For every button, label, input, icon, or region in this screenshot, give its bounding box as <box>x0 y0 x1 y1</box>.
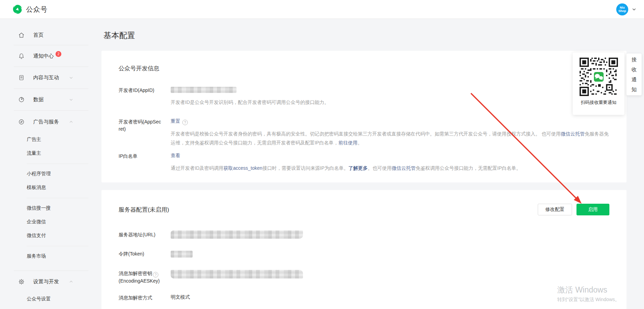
cloud-hosting-link[interactable]: 微信云托管 <box>392 165 416 171</box>
learn-more-link[interactable]: 了解更多 <box>349 165 368 171</box>
access-token-link[interactable]: 获取access_token <box>223 165 263 171</box>
sidebar-item-ads-services[interactable]: 广告与服务 <box>0 111 93 133</box>
developer-info-card: 公众号开发信息 开发者ID(AppID) 开发者ID是公众号开发识别码，配合开发… <box>101 51 627 182</box>
sidebar-sub-divider <box>0 160 93 167</box>
sidebar-subitem-wepay[interactable]: 微信支付 <box>0 229 93 242</box>
sidebar-item-content[interactable]: 内容与互动 <box>0 67 93 88</box>
sidebar-submenu-ads: 广告主 流量主 小程序管理 模板消息 微信搜一搜 企业微信 微信支付 服务市场 <box>0 133 93 263</box>
home-icon <box>18 32 25 38</box>
document-icon <box>18 74 25 81</box>
aeskey-label: 消息加解密密钥? (EncodingAESKey) <box>119 270 162 285</box>
chevron-down-icon <box>632 7 636 12</box>
encrypt-mode-value: 明文模式 <box>171 294 609 301</box>
appid-label: 开发者ID(AppID) <box>119 87 162 107</box>
qr-notification-panel: 扫码接收重要通知 <box>573 52 624 115</box>
ip-whitelist-description: 通过开发者ID及密码调用获取access_token接口时，需要设置访问来源IP… <box>171 164 609 173</box>
sidebar: 首页 通知中心 2 内容与互动 数据 广告与服务 广告主 流量主 <box>0 19 93 309</box>
sidebar-subitem-miniprogram[interactable]: 小程序管理 <box>0 167 93 181</box>
subitem-label: 服务市场 <box>27 253 46 259</box>
main-content: 基本配置 公众号开发信息 开发者ID(AppID) 开发者ID是公众号开发识别码… <box>101 19 627 309</box>
server-config-title: 服务器配置(未启用) <box>119 206 169 214</box>
sidebar-item-label: 数据 <box>33 96 44 103</box>
topbar: 公众号 Niu Shop <box>0 0 644 19</box>
sidebar-item-home[interactable]: 首页 <box>0 25 93 45</box>
ip-desc-text: 。也可使用 <box>368 165 392 171</box>
server-url-label: 服务器地址(URL) <box>119 231 162 238</box>
sidebar-submenu-settings: 公众号设置 <box>0 292 93 306</box>
sidebar-subitem-search[interactable]: 微信搜一搜 <box>0 201 93 215</box>
aeskey-value-redacted <box>171 270 303 278</box>
aeskey-label-line2: (EncodingAESKey) <box>119 278 160 284</box>
sidebar-item-label: 首页 <box>33 32 44 38</box>
sidebar-sub-divider <box>0 194 93 201</box>
token-label: 令牌(Token) <box>119 250 162 258</box>
sidebar-sub-divider <box>0 242 93 249</box>
sidebar-subitem-wecom[interactable]: 企业微信 <box>0 215 93 229</box>
subitem-label: 公众号设置 <box>27 296 51 302</box>
appsecret-label: 开发者密码(AppSecret) <box>119 118 162 147</box>
ip-desc-text: 通过开发者ID及密码调用 <box>171 165 223 171</box>
help-icon[interactable]: ? <box>153 272 158 277</box>
subitem-label: 微信支付 <box>27 233 46 239</box>
appid-description: 开发者ID是公众号开发识别码，配合开发者密码可调用公众号的接口能力。 <box>171 98 609 107</box>
sidebar-item-settings-dev[interactable]: 设置与开发 <box>0 271 93 292</box>
token-row: 令牌(Token) <box>119 250 609 258</box>
wechat-logo-icon <box>593 72 604 82</box>
subitem-label: 广告主 <box>27 136 41 143</box>
account-menu-caret[interactable] <box>632 7 636 12</box>
ip-desc-text: 接口时，需要设置访问来源IP为白名单。 <box>263 165 349 171</box>
appsecret-desc-text: 。 <box>357 140 362 145</box>
cloud-hosting-link[interactable]: 微信云托管 <box>561 131 585 136</box>
sidebar-subitem-traffic[interactable]: 流量主 <box>0 146 93 160</box>
encrypt-mode-row: 消息加解密方式 明文模式 <box>119 294 609 301</box>
subitem-label: 流量主 <box>27 150 41 156</box>
compass-icon <box>18 119 25 125</box>
sidebar-item-label: 内容与互动 <box>33 74 59 81</box>
appsecret-row: 开发者密码(AppSecret) 重置? 开发者密码是校验公众号开发者身份的密码… <box>119 118 609 147</box>
server-config-card: 服务器配置(未启用) 修改配置 启用 服务器地址(URL) 令牌(Token) … <box>101 190 627 309</box>
app-logo[interactable]: 公众号 <box>12 4 48 14</box>
avatar-text-line2: Shop <box>618 9 626 13</box>
appsecret-desc-text: 开发者密码是校验公众号开发者身份的密码，具有极高的安全性。切记勿把密码直接交给第… <box>171 131 561 136</box>
subitem-label: 微信搜一搜 <box>27 205 51 211</box>
appid-value-redacted <box>171 87 236 93</box>
aeskey-row: 消息加解密密钥? (EncodingAESKey) <box>119 270 609 285</box>
modify-config-button[interactable]: 修改配置 <box>538 204 572 215</box>
chevron-up-icon <box>69 280 73 284</box>
sidebar-subitem-account-settings[interactable]: 公众号设置 <box>0 292 93 306</box>
go-use-link[interactable]: 前往使用 <box>338 140 357 145</box>
ip-desc-text: 免鉴权调用公众号接口能力，无需配置IP白名单。 <box>416 165 521 171</box>
pie-chart-icon <box>18 96 25 103</box>
ip-whitelist-view-link[interactable]: 查看 <box>171 153 180 158</box>
qr-caption: 扫码接收重要通知 <box>573 99 624 106</box>
sidebar-item-label: 广告与服务 <box>33 119 59 125</box>
enable-button[interactable]: 启用 <box>576 204 609 215</box>
subitem-label: 企业微信 <box>27 219 46 225</box>
sidebar-item-label: 设置与开发 <box>33 278 59 285</box>
appid-row: 开发者ID(AppID) 开发者ID是公众号开发识别码，配合开发者密码可调用公众… <box>119 87 609 107</box>
sidebar-item-notifications[interactable]: 通知中心 2 <box>0 45 93 67</box>
sidebar-subitem-service-market[interactable]: 服务市场 <box>0 249 93 263</box>
wechat-mp-logo-icon <box>12 4 23 14</box>
chevron-up-icon <box>69 120 73 124</box>
help-icon[interactable]: ? <box>182 120 188 125</box>
receive-notification-tab[interactable]: 接收通知 <box>627 54 642 95</box>
server-url-value-redacted <box>171 230 303 239</box>
token-value-redacted <box>171 251 193 258</box>
chevron-down-icon <box>69 97 73 102</box>
encrypt-mode-label: 消息加解密方式 <box>119 294 162 301</box>
subitem-label: 小程序管理 <box>27 171 51 177</box>
bell-icon <box>18 53 25 59</box>
sidebar-subitem-template-msg[interactable]: 模板消息 <box>0 181 93 194</box>
sidebar-subitem-advertiser[interactable]: 广告主 <box>0 133 93 146</box>
sidebar-item-data[interactable]: 数据 <box>0 89 93 110</box>
ip-whitelist-row: IP白名单 查看 通过开发者ID及密码调用获取access_token接口时，需… <box>119 153 609 173</box>
notification-badge: 2 <box>56 51 61 57</box>
qr-code <box>580 58 618 96</box>
sidebar-item-label: 通知中心 <box>33 53 54 59</box>
appsecret-reset-link[interactable]: 重置 <box>171 118 180 124</box>
appsecret-description: 开发者密码是校验公众号开发者身份的密码，具有极高的安全性。切记勿把密码直接交给第… <box>171 129 609 147</box>
account-avatar[interactable]: Niu Shop <box>616 3 628 15</box>
aeskey-label-line1: 消息加解密密钥 <box>119 271 152 276</box>
server-url-row: 服务器地址(URL) <box>119 230 609 239</box>
